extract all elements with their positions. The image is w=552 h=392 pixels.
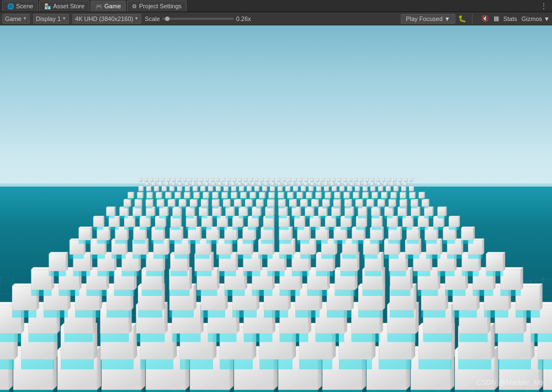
display-dropdown[interactable]: Display 1 ▼: [33, 14, 69, 24]
play-focused-button[interactable]: Play Focused ▼: [401, 14, 455, 24]
resolution-dropdown-label: 4K UHD (3840x2160): [75, 15, 133, 22]
tab-bar-right: ⋮: [538, 2, 550, 10]
tab-asset-store[interactable]: 🏪 Asset Store: [39, 1, 89, 12]
play-section: Play Focused ▼ 🐛: [401, 14, 468, 24]
scale-section: Scale 0.26x: [145, 15, 397, 22]
audio-button[interactable]: 🔇: [481, 15, 489, 22]
sky: [0, 25, 552, 190]
asset-store-icon: 🏪: [44, 3, 51, 9]
scale-label: Scale: [145, 15, 160, 22]
game-dropdown-arrow: ▼: [23, 16, 27, 21]
resolution-dropdown-arrow: ▼: [134, 16, 139, 21]
tab-asset-store-label: Asset Store: [53, 3, 84, 9]
scale-slider[interactable]: [162, 18, 234, 20]
gizmos-label: Gizmos: [522, 15, 542, 22]
play-focused-label: Play Focused: [406, 15, 443, 22]
scale-thumb: [165, 17, 169, 21]
display-dropdown-arrow: ▼: [62, 16, 66, 21]
tab-scene-label: Scene: [16, 3, 33, 9]
toolbar-right: 🔇 ▦ Stats Gizmos ▼: [481, 15, 550, 22]
stats-button[interactable]: Stats: [503, 15, 517, 22]
resolution-dropdown[interactable]: 4K UHD (3840x2160) ▼: [72, 14, 141, 24]
scale-value: 0.26x: [236, 15, 251, 22]
game-dropdown-label: Game: [5, 15, 22, 22]
watermark: CSDN @Maddie_Mo: [476, 378, 543, 386]
play-focused-arrow: ▼: [444, 15, 450, 22]
tab-project-settings[interactable]: ⚙ Project Settings: [127, 1, 187, 12]
settings-icon: ⚙: [132, 3, 137, 9]
toolbar: Game ▼ Display 1 ▼ 4K UHD (3840x2160) ▼ …: [0, 12, 552, 25]
game-icon: 🎮: [95, 3, 102, 9]
bug-button[interactable]: 🐛: [458, 14, 468, 24]
layout-button[interactable]: ▦: [493, 15, 499, 22]
tab-project-settings-label: Project Settings: [139, 3, 182, 9]
tab-bar: 🌐 Scene 🏪 Asset Store 🎮 Game ⚙ Project S…: [0, 0, 552, 12]
tab-bar-left: 🌐 Scene 🏪 Asset Store 🎮 Game ⚙ Project S…: [2, 1, 187, 12]
tab-menu-button[interactable]: ⋮: [538, 2, 550, 10]
gizmos-arrow: ▼: [544, 15, 550, 22]
ocean-surface: [0, 277, 552, 392]
scene-icon: 🌐: [7, 3, 14, 9]
ocean: [0, 187, 552, 392]
tab-game[interactable]: 🎮 Game: [91, 1, 126, 12]
display-dropdown-label: Display 1: [36, 15, 61, 22]
game-dropdown[interactable]: Game ▼: [2, 14, 30, 24]
gizmos-button[interactable]: Gizmos ▼: [522, 15, 550, 22]
watermark-text: CSDN @Maddie_Mo: [476, 378, 543, 386]
game-viewport: // We'll use JS to draw cubes programmat…: [0, 25, 552, 392]
tab-game-label: Game: [104, 3, 121, 9]
tab-scene[interactable]: 🌐 Scene: [2, 1, 38, 12]
toolbar-separator: [472, 14, 473, 23]
